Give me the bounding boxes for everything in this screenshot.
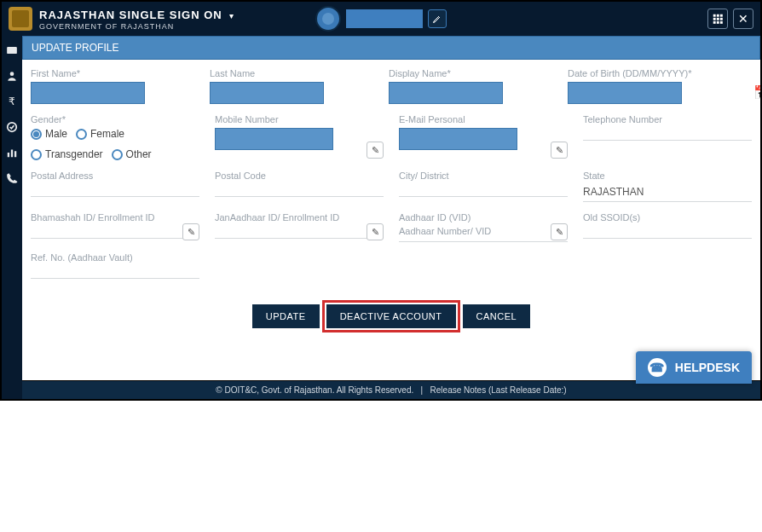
panel-title: UPDATE PROFILE xyxy=(22,36,760,60)
bhamashah-input[interactable] xyxy=(31,238,199,239)
top-user-input[interactable] xyxy=(346,9,423,28)
label-postal-code: Postal Code xyxy=(215,171,384,181)
nav-user-icon[interactable] xyxy=(6,70,18,82)
svg-rect-14 xyxy=(14,151,16,157)
postal-code-input[interactable] xyxy=(215,196,384,197)
bhamashah-edit-icon[interactable]: ✎ xyxy=(182,223,199,240)
avatar-icon[interactable] xyxy=(315,6,341,32)
calendar-icon[interactable]: 📅 xyxy=(753,84,760,101)
gender-other-label: Other xyxy=(126,148,152,160)
label-city: City/ District xyxy=(399,171,568,181)
state-underline xyxy=(583,201,752,202)
label-telephone: Telephone Number xyxy=(583,114,752,124)
content-area: UPDATE PROFILE First Name* Last Name Dis… xyxy=(22,36,760,399)
footer-sep: | xyxy=(421,385,424,395)
svg-rect-2 xyxy=(720,14,723,17)
svg-rect-13 xyxy=(11,150,13,158)
title-block: RAJASTHAN SINGLE SIGN ON ▾ GOVERNMENT OF… xyxy=(39,8,234,31)
mobile-edit-icon[interactable]: ✎ xyxy=(367,142,384,159)
label-bhamashah: Bhamashah ID/ Enrollment ID xyxy=(31,212,199,223)
helpdesk-phone-icon: ☎ xyxy=(648,358,667,377)
label-ref-no: Ref. No. (Aadhaar Vault) xyxy=(31,252,199,263)
gender-other[interactable]: Other xyxy=(112,148,152,160)
gender-female[interactable]: Female xyxy=(76,128,124,140)
action-buttons: UPDATE DEACTIVE ACCOUNT CANCEL xyxy=(31,289,752,337)
email-input[interactable] xyxy=(399,128,517,150)
side-nav: ₹ xyxy=(2,36,22,399)
form-area: First Name* Last Name Display Name* Date… xyxy=(22,60,760,380)
label-janaadhaar: JanAadhaar ID/ Enrollment ID xyxy=(215,212,384,223)
svg-rect-6 xyxy=(713,21,716,24)
label-last-name: Last Name xyxy=(210,68,373,78)
svg-rect-12 xyxy=(8,153,9,157)
display-name-input[interactable] xyxy=(389,82,503,104)
svg-rect-4 xyxy=(717,18,719,20)
ref-no-input[interactable] xyxy=(31,278,199,279)
top-user-area xyxy=(315,6,447,32)
label-old-sso: Old SSOID(s) xyxy=(583,212,752,223)
gender-female-label: Female xyxy=(90,128,124,140)
svg-point-10 xyxy=(10,72,14,76)
svg-rect-9 xyxy=(7,47,17,54)
gov-crest-icon xyxy=(9,7,32,31)
label-display-name: Display Name* xyxy=(389,68,552,78)
svg-rect-3 xyxy=(713,18,716,20)
helpdesk-label: HELPDESK xyxy=(675,361,740,374)
body-row: ₹ UPDATE PROFILE First Name* xyxy=(2,36,760,399)
email-edit-icon[interactable]: ✎ xyxy=(551,142,568,159)
top-right-controls: ✕ xyxy=(707,9,753,29)
nav-chart-icon[interactable] xyxy=(6,147,18,159)
svg-rect-7 xyxy=(717,21,719,24)
update-button[interactable]: UPDATE xyxy=(252,304,320,328)
nav-rupee-icon[interactable]: ₹ xyxy=(9,95,15,107)
old-sso-input[interactable] xyxy=(583,238,752,239)
gender-male-label: Male xyxy=(45,128,67,140)
footer-release-link[interactable]: Release Notes (Last Release Date:) xyxy=(430,385,567,395)
label-first-name: First Name* xyxy=(31,68,194,78)
gender-transgender[interactable]: Transgender xyxy=(31,148,103,160)
janaadhaar-input[interactable] xyxy=(215,238,384,239)
svg-rect-5 xyxy=(720,18,723,20)
label-aadhaar-num: Aadhaar Number/ VID xyxy=(399,226,568,236)
state-value: RAJASTHAN xyxy=(583,184,752,198)
label-gender: Gender* xyxy=(31,114,199,124)
first-name-input[interactable] xyxy=(31,82,145,104)
svg-rect-8 xyxy=(720,21,723,24)
label-state: State xyxy=(583,171,752,181)
gender-radios: Male Female Transgender Other xyxy=(31,128,199,160)
label-postal-address: Postal Address xyxy=(31,171,199,181)
nav-check-icon[interactable] xyxy=(6,121,18,133)
nav-phone-icon[interactable] xyxy=(6,172,18,184)
gender-male[interactable]: Male xyxy=(31,128,67,140)
topbar: RAJASTHAN SINGLE SIGN ON ▾ GOVERNMENT OF… xyxy=(2,2,760,36)
cancel-button[interactable]: CANCEL xyxy=(463,304,531,328)
deactive-account-button[interactable]: DEACTIVE ACCOUNT xyxy=(326,304,456,328)
title-dropdown-caret-icon[interactable]: ▾ xyxy=(229,11,234,20)
helpdesk-button[interactable]: ☎ HELPDESK xyxy=(636,351,752,384)
grid-apps-button[interactable] xyxy=(707,9,728,29)
label-dob: Date of Birth (DD/MM/YYYY)* xyxy=(568,68,731,78)
dob-input[interactable] xyxy=(568,82,682,104)
aadhaar-input[interactable] xyxy=(399,241,568,242)
aadhaar-edit-icon[interactable]: ✎ xyxy=(551,223,568,240)
telephone-input[interactable] xyxy=(583,140,752,141)
svg-rect-1 xyxy=(717,14,719,17)
label-aadhaar-id: Aadhaar ID (VID) xyxy=(399,212,568,223)
top-edit-button[interactable] xyxy=(428,9,447,28)
last-name-input[interactable] xyxy=(210,82,324,104)
mobile-input[interactable] xyxy=(215,128,333,150)
postal-address-input[interactable] xyxy=(31,196,199,197)
city-input[interactable] xyxy=(399,196,568,197)
label-email: E-Mail Personal xyxy=(399,114,568,124)
nav-card-icon[interactable] xyxy=(6,44,18,56)
janaadhaar-edit-icon[interactable]: ✎ xyxy=(367,223,384,240)
label-mobile: Mobile Number xyxy=(215,114,384,124)
svg-rect-0 xyxy=(713,14,716,17)
gender-transgender-label: Transgender xyxy=(45,148,103,160)
footer-copyright: © DOIT&C, Govt. of Rajasthan. All Rights… xyxy=(216,385,413,395)
close-button[interactable]: ✕ xyxy=(733,9,753,29)
app-subtitle: GOVERNMENT OF RAJASTHAN xyxy=(39,23,234,31)
app-title: RAJASTHAN SINGLE SIGN ON xyxy=(39,9,222,21)
app-window: RAJASTHAN SINGLE SIGN ON ▾ GOVERNMENT OF… xyxy=(0,0,762,401)
